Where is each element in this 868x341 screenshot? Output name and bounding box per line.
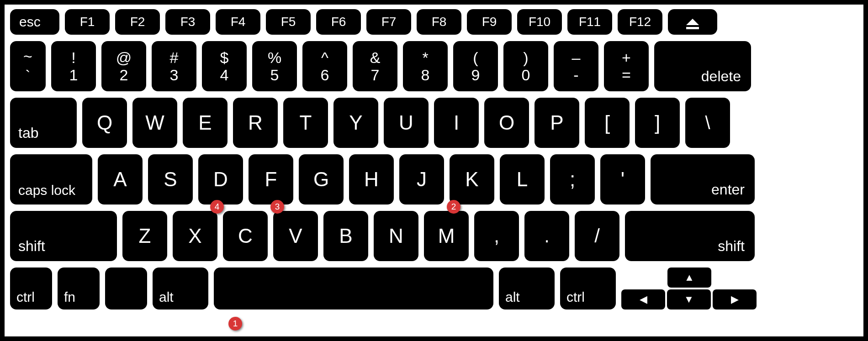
key-d[interactable]: D: [198, 154, 243, 205]
key-7[interactable]: &7: [353, 41, 397, 91]
key-t[interactable]: T: [283, 98, 328, 148]
key-top: ~: [23, 47, 32, 65]
key-p[interactable]: P: [535, 98, 579, 148]
key-l[interactable]: L: [500, 154, 545, 205]
key-0[interactable]: )0: [503, 41, 548, 91]
key-u[interactable]: U: [384, 98, 429, 148]
key-minus[interactable]: –-: [554, 41, 598, 91]
key-tab[interactable]: tab: [10, 98, 77, 148]
key-rbracket[interactable]: ]: [635, 98, 680, 148]
annotation-badge-2: 2: [447, 200, 460, 214]
key-w[interactable]: W: [132, 98, 177, 148]
key-o[interactable]: O: [484, 98, 529, 148]
key-fn[interactable]: fn: [58, 268, 100, 310]
key-f12[interactable]: F12: [618, 9, 662, 35]
key-backslash[interactable]: \: [685, 98, 730, 148]
key-f9[interactable]: F9: [467, 9, 512, 35]
row-shift: shift Z X C V B N M , . / shift: [10, 211, 858, 261]
key-eject[interactable]: [668, 9, 717, 35]
key-1[interactable]: !1: [51, 41, 96, 91]
key-quote[interactable]: ': [600, 154, 645, 205]
key-k[interactable]: K: [450, 154, 494, 205]
key-q[interactable]: Q: [82, 98, 127, 148]
key-8[interactable]: *8: [403, 41, 448, 91]
row-qwerty: tab Q W E R T Y U I O P [ ] \: [10, 98, 858, 148]
key-lshift[interactable]: shift: [10, 211, 117, 261]
key-5[interactable]: %5: [252, 41, 297, 91]
key-period[interactable]: .: [524, 211, 569, 261]
key-blank[interactable]: [105, 268, 147, 310]
key-capslock[interactable]: caps lock: [10, 154, 92, 205]
key-3[interactable]: #3: [152, 41, 196, 91]
key-rshift[interactable]: shift: [625, 211, 755, 261]
key-space[interactable]: [214, 268, 493, 310]
key-y[interactable]: Y: [333, 98, 378, 148]
key-arrow-down[interactable]: ▼: [667, 289, 711, 310]
key-esc[interactable]: esc: [10, 9, 59, 35]
key-f[interactable]: F: [249, 154, 293, 205]
row-home: caps lock A S D F G H J K L ; ' enter: [10, 154, 858, 205]
key-semicolon[interactable]: ;: [550, 154, 595, 205]
key-g[interactable]: G: [299, 154, 344, 205]
key-slash[interactable]: /: [575, 211, 619, 261]
key-f10[interactable]: F10: [517, 9, 562, 35]
annotation-badge-1: 1: [228, 317, 242, 331]
key-f4[interactable]: F4: [216, 9, 260, 35]
key-j[interactable]: J: [399, 154, 444, 205]
key-v[interactable]: V: [273, 211, 318, 261]
key-backtick[interactable]: ~ `: [10, 41, 46, 91]
key-lbracket[interactable]: [: [585, 98, 630, 148]
key-z[interactable]: Z: [122, 211, 167, 261]
key-f11[interactable]: F11: [567, 9, 612, 35]
key-i[interactable]: I: [434, 98, 479, 148]
key-r[interactable]: R: [233, 98, 278, 148]
key-h[interactable]: H: [349, 154, 394, 205]
key-lctrl[interactable]: ctrl: [10, 268, 52, 310]
key-s[interactable]: S: [148, 154, 193, 205]
key-f5[interactable]: F5: [266, 9, 311, 35]
key-delete[interactable]: delete: [654, 41, 751, 91]
key-arrow-right[interactable]: ▶: [713, 289, 757, 310]
key-9[interactable]: (9: [453, 41, 498, 91]
keyboard-frame: esc F1 F2 F3 F4 F5 F6 F7 F8 F9 F10 F11 F…: [0, 0, 868, 341]
key-n[interactable]: N: [374, 211, 418, 261]
key-lalt[interactable]: alt: [153, 268, 208, 310]
key-arrow-left[interactable]: ◀: [621, 289, 665, 310]
row-function: esc F1 F2 F3 F4 F5 F6 F7 F8 F9 F10 F11 F…: [10, 9, 858, 35]
key-e[interactable]: E: [183, 98, 228, 148]
key-bot: `: [25, 67, 30, 85]
annotation-badge-3: 3: [270, 200, 284, 214]
key-equals[interactable]: +=: [604, 41, 649, 91]
key-comma[interactable]: ,: [474, 211, 519, 261]
key-f3[interactable]: F3: [165, 9, 210, 35]
key-6[interactable]: ^6: [302, 41, 347, 91]
key-2[interactable]: @2: [101, 41, 146, 91]
key-f1[interactable]: F1: [65, 9, 110, 35]
row-numbers: ~ ` !1 @2 #3 $4 %5 ^6 &7 *8 (9 )0 –- += …: [10, 41, 858, 91]
key-4[interactable]: $4: [202, 41, 247, 91]
key-f7[interactable]: F7: [366, 9, 411, 35]
key-rctrl[interactable]: ctrl: [560, 268, 616, 310]
key-m[interactable]: M: [424, 211, 469, 261]
key-enter[interactable]: enter: [651, 154, 755, 205]
key-ralt[interactable]: alt: [499, 268, 555, 310]
eject-icon: [686, 19, 699, 25]
key-f2[interactable]: F2: [115, 9, 160, 35]
key-x[interactable]: X: [173, 211, 217, 261]
annotation-badge-4: 4: [210, 200, 224, 214]
key-f8[interactable]: F8: [417, 9, 461, 35]
key-f6[interactable]: F6: [316, 9, 361, 35]
row-bottom: ctrl fn alt alt ctrl ▲ ◀ ▼ ▶: [10, 268, 858, 310]
key-c[interactable]: C: [223, 211, 268, 261]
arrow-cluster: ▲ ◀ ▼ ▶: [621, 268, 757, 310]
key-b[interactable]: B: [323, 211, 368, 261]
key-arrow-up[interactable]: ▲: [667, 268, 711, 288]
key-a[interactable]: A: [98, 154, 143, 205]
